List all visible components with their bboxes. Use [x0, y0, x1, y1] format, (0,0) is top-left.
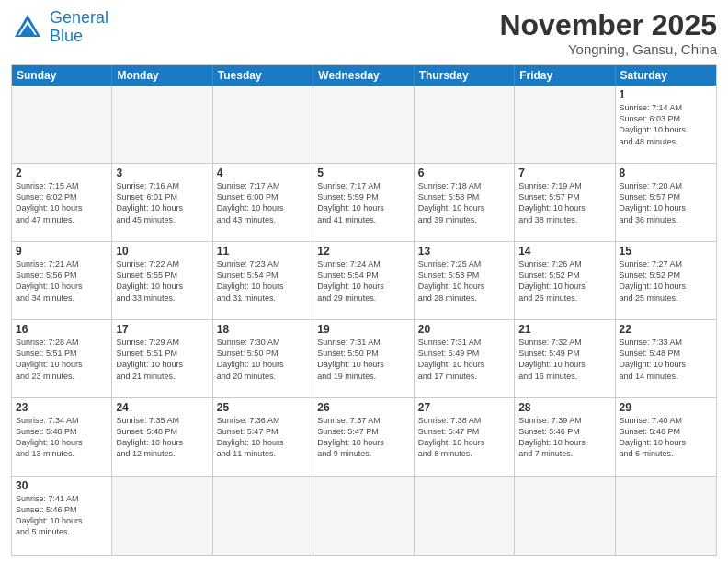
cell-info: Sunrise: 7:33 AMSunset: 5:48 PMDaylight:… — [620, 337, 712, 382]
calendar-cell-14: 14Sunrise: 7:26 AMSunset: 5:52 PMDayligh… — [515, 242, 615, 320]
daylight-info: Daylight: 10 hours — [16, 438, 83, 447]
cell-info: Sunrise: 7:20 AMSunset: 5:57 PMDaylight:… — [620, 180, 712, 225]
cell-day-number: 8 — [620, 167, 712, 179]
empty-cell — [515, 477, 615, 555]
logo: General Blue — [11, 9, 108, 46]
daylight-info: Daylight: 10 hours — [518, 438, 586, 447]
calendar-cell-21: 21Sunrise: 7:32 AMSunset: 5:49 PMDayligh… — [515, 320, 615, 398]
calendar: SundayMondayTuesdayWednesdayThursdayFrid… — [11, 64, 717, 556]
cell-info: Sunrise: 7:15 AMSunset: 6:02 PMDaylight:… — [16, 180, 108, 225]
daylight-info: Daylight: 10 hours — [518, 203, 586, 213]
empty-cell — [313, 477, 414, 555]
calendar-cell-3: 3Sunrise: 7:16 AMSunset: 6:01 PMDaylight… — [112, 164, 212, 242]
cell-info: Sunrise: 7:28 AMSunset: 5:51 PMDaylight:… — [16, 337, 108, 382]
daylight-info: Daylight: 10 hours — [16, 360, 83, 369]
cell-info: Sunrise: 7:16 AMSunset: 6:01 PMDaylight:… — [116, 180, 208, 225]
daylight-info: Daylight: 10 hours — [518, 282, 586, 291]
cell-info: Sunrise: 7:39 AMSunset: 5:46 PMDaylight:… — [518, 415, 610, 460]
cell-info: Sunrise: 7:18 AMSunset: 5:58 PMDaylight:… — [418, 180, 510, 225]
logo-icon — [11, 11, 44, 44]
day-header-friday: Friday — [515, 65, 615, 86]
daylight-info: Daylight: 10 hours — [217, 203, 284, 213]
calendar-grid: 1Sunrise: 7:14 AMSunset: 6:03 PMDaylight… — [12, 86, 716, 555]
daylight-info: Daylight: 10 hours — [317, 438, 384, 447]
daylight-info: Daylight: 10 hours — [16, 203, 83, 213]
calendar-cell-16: 16Sunrise: 7:28 AMSunset: 5:51 PMDayligh… — [12, 320, 112, 398]
cell-day-number: 15 — [620, 245, 712, 258]
day-header-wednesday: Wednesday — [313, 65, 414, 86]
daylight-info: Daylight: 10 hours — [620, 125, 687, 134]
cell-info: Sunrise: 7:22 AMSunset: 5:55 PMDaylight:… — [116, 259, 208, 304]
empty-cell — [213, 86, 313, 164]
cell-info: Sunrise: 7:34 AMSunset: 5:48 PMDaylight:… — [16, 415, 108, 460]
cell-info: Sunrise: 7:31 AMSunset: 5:49 PMDaylight:… — [418, 337, 510, 382]
cell-day-number: 6 — [418, 167, 510, 179]
cell-day-number: 21 — [518, 323, 610, 336]
location-subtitle: Yongning, Gansu, China — [499, 41, 717, 57]
calendar-cell-18: 18Sunrise: 7:30 AMSunset: 5:50 PMDayligh… — [213, 320, 313, 398]
cell-day-number: 23 — [16, 401, 108, 414]
daylight-info: Daylight: 10 hours — [116, 438, 183, 447]
day-header-monday: Monday — [112, 65, 212, 86]
cell-info: Sunrise: 7:29 AMSunset: 5:51 PMDaylight:… — [116, 337, 208, 382]
daylight-info: Daylight: 10 hours — [620, 360, 687, 369]
cell-day-number: 18 — [217, 323, 309, 336]
cell-day-number: 25 — [217, 401, 309, 414]
calendar-cell-4: 4Sunrise: 7:17 AMSunset: 6:00 PMDaylight… — [213, 164, 313, 242]
cell-day-number: 19 — [317, 323, 409, 336]
cell-info: Sunrise: 7:38 AMSunset: 5:47 PMDaylight:… — [418, 415, 510, 460]
daylight-info: Daylight: 10 hours — [620, 203, 687, 213]
day-headers: SundayMondayTuesdayWednesdayThursdayFrid… — [12, 65, 716, 86]
daylight-info: Daylight: 10 hours — [418, 360, 485, 369]
calendar-cell-23: 23Sunrise: 7:34 AMSunset: 5:48 PMDayligh… — [12, 398, 112, 477]
daylight-info: Daylight: 10 hours — [217, 438, 284, 447]
cell-day-number: 20 — [418, 323, 510, 336]
calendar-cell-27: 27Sunrise: 7:38 AMSunset: 5:47 PMDayligh… — [415, 398, 515, 477]
daylight-info: Daylight: 10 hours — [317, 360, 384, 369]
daylight-info: Daylight: 10 hours — [217, 360, 284, 369]
calendar-cell-2: 2Sunrise: 7:15 AMSunset: 6:02 PMDaylight… — [12, 164, 112, 242]
day-header-sunday: Sunday — [12, 65, 112, 86]
cell-day-number: 14 — [518, 245, 610, 258]
calendar-cell-22: 22Sunrise: 7:33 AMSunset: 5:48 PMDayligh… — [616, 320, 716, 398]
cell-info: Sunrise: 7:41 AMSunset: 5:46 PMDaylight:… — [16, 493, 108, 538]
calendar-cell-7: 7Sunrise: 7:19 AMSunset: 5:57 PMDaylight… — [515, 164, 615, 242]
cell-day-number: 2 — [16, 167, 108, 179]
daylight-info: Daylight: 10 hours — [317, 203, 384, 213]
empty-cell — [415, 477, 515, 555]
page: General Blue November 2025 Yongning, Gan… — [0, 0, 728, 563]
cell-day-number: 13 — [418, 245, 510, 258]
daylight-info: Daylight: 10 hours — [518, 360, 586, 369]
logo-text: General Blue — [50, 9, 108, 46]
calendar-cell-30: 30Sunrise: 7:41 AMSunset: 5:46 PMDayligh… — [12, 477, 112, 555]
cell-info: Sunrise: 7:37 AMSunset: 5:47 PMDaylight:… — [317, 415, 409, 460]
daylight-info: Daylight: 10 hours — [418, 438, 485, 447]
cell-day-number: 27 — [418, 401, 510, 414]
day-header-thursday: Thursday — [415, 65, 515, 86]
empty-cell — [415, 86, 515, 164]
calendar-cell-11: 11Sunrise: 7:23 AMSunset: 5:54 PMDayligh… — [213, 242, 313, 320]
cell-info: Sunrise: 7:26 AMSunset: 5:52 PMDaylight:… — [518, 259, 610, 304]
cell-info: Sunrise: 7:17 AMSunset: 6:00 PMDaylight:… — [217, 180, 309, 225]
calendar-cell-15: 15Sunrise: 7:27 AMSunset: 5:52 PMDayligh… — [616, 242, 716, 320]
calendar-cell-20: 20Sunrise: 7:31 AMSunset: 5:49 PMDayligh… — [415, 320, 515, 398]
daylight-info: Daylight: 10 hours — [620, 282, 687, 291]
day-header-tuesday: Tuesday — [213, 65, 313, 86]
cell-info: Sunrise: 7:36 AMSunset: 5:47 PMDaylight:… — [217, 415, 309, 460]
empty-cell — [616, 477, 716, 555]
logo-general: General — [50, 8, 108, 27]
cell-day-number: 1 — [620, 88, 712, 101]
empty-cell — [213, 477, 313, 555]
logo-blue: Blue — [50, 27, 83, 45]
cell-day-number: 11 — [217, 245, 309, 258]
daylight-info: Daylight: 10 hours — [620, 438, 687, 447]
calendar-cell-19: 19Sunrise: 7:31 AMSunset: 5:50 PMDayligh… — [313, 320, 414, 398]
cell-info: Sunrise: 7:19 AMSunset: 5:57 PMDaylight:… — [518, 180, 610, 225]
daylight-info: Daylight: 10 hours — [16, 516, 83, 525]
calendar-cell-12: 12Sunrise: 7:24 AMSunset: 5:54 PMDayligh… — [313, 242, 414, 320]
cell-info: Sunrise: 7:17 AMSunset: 5:59 PMDaylight:… — [317, 180, 409, 225]
calendar-cell-26: 26Sunrise: 7:37 AMSunset: 5:47 PMDayligh… — [313, 398, 414, 477]
cell-day-number: 4 — [217, 167, 309, 179]
header: General Blue November 2025 Yongning, Gan… — [11, 9, 717, 57]
cell-day-number: 30 — [16, 479, 108, 492]
